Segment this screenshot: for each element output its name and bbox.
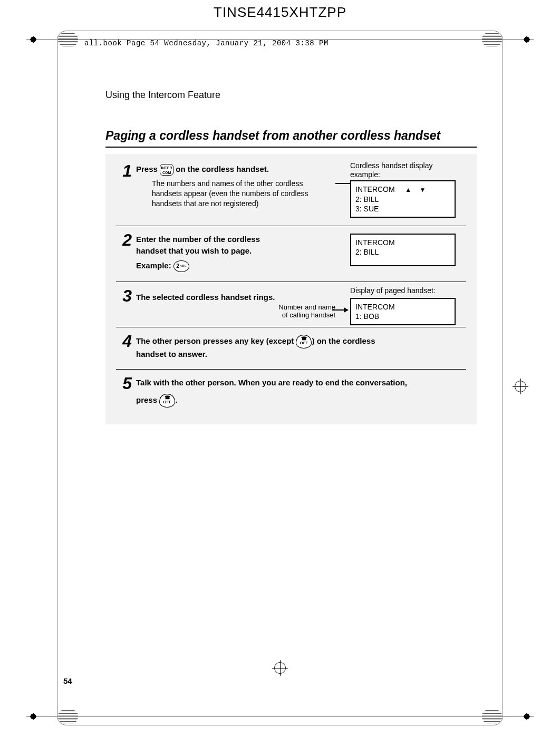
print-frame-line-bot	[26, 716, 534, 717]
step-3: 3 The selected cordless handset rings. N…	[116, 282, 466, 327]
registration-mark-icon	[26, 33, 40, 46]
step-number: 3	[116, 286, 132, 306]
step-1-display: INTERCOM ▲ ▼ 2: BILL 3: SUE	[350, 180, 456, 218]
step-5-instruction: Talk with the other person. When you are…	[136, 377, 466, 408]
numname-line2: of calling handset	[256, 311, 335, 319]
step-5: 5 Talk with the other person. When you a…	[116, 369, 466, 417]
print-metadata: all.book Page 54 Wednesday, January 21, …	[84, 39, 329, 47]
step-1-subtext: The numbers and names of the other cordl…	[152, 179, 331, 209]
step-number: 5	[116, 374, 132, 393]
crosshair-icon	[513, 379, 528, 394]
arrow-right-icon	[332, 309, 348, 311]
step-4: 4 The other person presses any key (exce…	[116, 327, 466, 370]
step-3-display: INTERCOM 1: BOB	[350, 298, 456, 325]
off-label: OFF	[300, 340, 308, 346]
display-line: INTERCOM	[355, 238, 450, 247]
crosshair-icon	[272, 660, 288, 676]
registration-mark-icon	[26, 710, 40, 723]
page-heading: Paging a cordless handset from another c…	[105, 129, 440, 143]
display-line: INTERCOM	[355, 302, 450, 312]
step-number: 1	[116, 161, 132, 181]
header-code: TINSE4415XHTZPP	[0, 0, 560, 21]
binding-hatch-icon	[58, 710, 78, 723]
heading-rule	[105, 147, 477, 148]
steps-container: 1 Press INTER COM on the cordless handse…	[105, 154, 477, 424]
section-title: Using the Intercom Feature	[105, 90, 220, 101]
keypad-2-button-icon: 2ABC	[173, 260, 189, 272]
numname-line1: Number and name	[256, 303, 335, 312]
step-number: 2	[116, 230, 132, 250]
display-intercom-label: INTERCOM	[355, 185, 395, 193]
step-5-text-post: .	[175, 395, 177, 404]
display-line: 1: BOB	[355, 312, 450, 321]
step-1-text-post: on the cordless handset.	[176, 164, 269, 173]
up-triangle-icon: ▲	[405, 186, 411, 193]
step-number: 4	[116, 332, 132, 351]
keypad-2-main: 2	[176, 262, 179, 270]
intercom-label-top: INTER	[161, 166, 172, 170]
display-line: 3: SUE	[355, 204, 450, 214]
page-number: 54	[63, 676, 72, 685]
step-4-text-post: ) on the cordless	[312, 336, 375, 345]
step-1-display-caption: Cordless handset display example:	[350, 161, 456, 179]
step-3-display-caption: Display of paged handset:	[350, 286, 456, 295]
phone-icon: ☎	[301, 336, 307, 341]
registration-mark-icon	[520, 710, 534, 723]
step-4-text-pre: The other person presses any key (except	[136, 336, 296, 345]
display-line: 2: BILL	[355, 247, 450, 257]
number-name-label: Number and name of calling handset	[256, 303, 335, 319]
binding-hatch-icon	[58, 33, 78, 46]
step-5-line1: Talk with the other person. When you are…	[136, 377, 466, 389]
display-line: INTERCOM ▲ ▼	[355, 185, 450, 195]
down-triangle-icon: ▼	[420, 186, 426, 193]
step-1-text-pre: Press	[136, 164, 160, 173]
phone-icon: ☎	[165, 395, 170, 400]
registration-mark-icon	[520, 33, 534, 46]
example-label: Example:	[136, 261, 173, 270]
binding-hatch-icon	[482, 710, 502, 723]
intercom-button-icon: INTER COM	[160, 164, 173, 176]
step-4-line2: handset to answer.	[136, 348, 466, 360]
binding-hatch-icon	[482, 33, 502, 46]
step-4-instruction: The other person presses any key (except…	[136, 335, 466, 360]
step-1: 1 Press INTER COM on the cordless handse…	[116, 163, 466, 226]
intercom-label-bot: COM	[162, 170, 171, 175]
off-label: OFF	[163, 399, 171, 405]
step-2: 2 Enter the number of the cordless hands…	[116, 226, 466, 282]
off-button-icon: ☎ OFF	[296, 335, 312, 348]
step-1-subtext-content: The numbers and names of the other cordl…	[152, 179, 308, 208]
display-line: 2: BILL	[355, 195, 450, 204]
step-5-text-pre: press	[136, 395, 159, 404]
off-button-icon: ☎ OFF	[159, 394, 175, 408]
step-2-display: INTERCOM 2: BILL	[350, 234, 456, 266]
keypad-2-sub: ABC	[180, 264, 186, 268]
